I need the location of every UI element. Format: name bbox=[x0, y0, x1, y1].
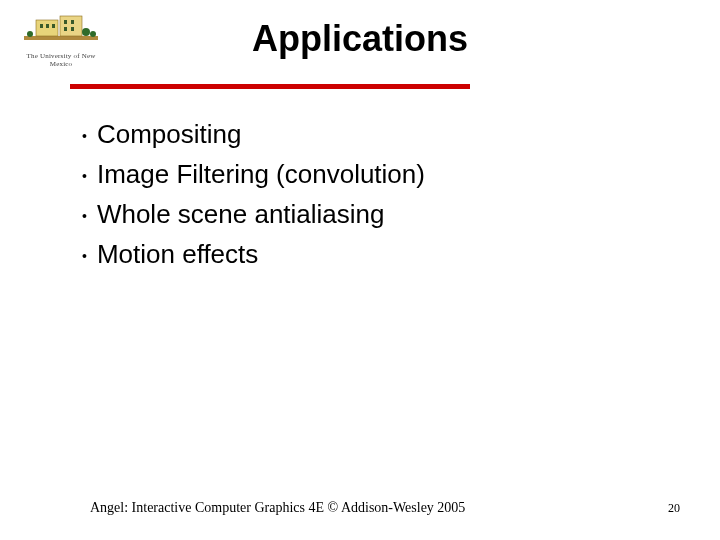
bullet-icon: • bbox=[82, 120, 87, 152]
bullet-icon: • bbox=[82, 160, 87, 192]
bullet-text: Whole scene antialiasing bbox=[97, 198, 385, 230]
list-item: • Motion effects bbox=[82, 238, 680, 272]
bullet-icon: • bbox=[82, 240, 87, 272]
list-item: • Whole scene antialiasing bbox=[82, 198, 680, 232]
bullet-text: Motion effects bbox=[97, 238, 258, 270]
footer-citation: Angel: Interactive Computer Graphics 4E … bbox=[90, 500, 465, 516]
slide-title: Applications bbox=[0, 18, 720, 60]
title-underline bbox=[70, 84, 470, 89]
bullet-text: Compositing bbox=[97, 118, 242, 150]
list-item: • Image Filtering (convolution) bbox=[82, 158, 680, 192]
bullet-text: Image Filtering (convolution) bbox=[97, 158, 425, 190]
bullet-list: • Compositing • Image Filtering (convolu… bbox=[82, 118, 680, 278]
list-item: • Compositing bbox=[82, 118, 680, 152]
page-number: 20 bbox=[668, 501, 680, 516]
bullet-icon: • bbox=[82, 200, 87, 232]
slide: The University of New Mexico Application… bbox=[0, 0, 720, 540]
